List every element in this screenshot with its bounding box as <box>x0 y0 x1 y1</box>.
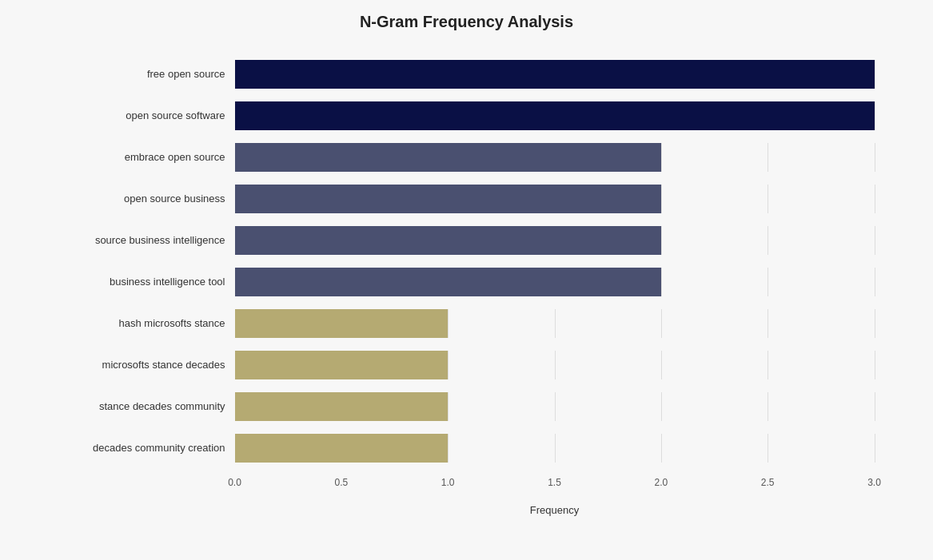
bar-track <box>235 434 875 463</box>
bar-label: free open source <box>59 68 235 80</box>
bar-track-wrapper <box>235 309 875 338</box>
bar-row: open source software <box>59 97 875 135</box>
bar-fill <box>235 143 661 172</box>
x-tick: 2.5 <box>761 477 775 488</box>
bar-row: free open source <box>59 55 875 93</box>
bar-fill <box>235 309 449 338</box>
bar-track <box>235 268 875 296</box>
bar-track-wrapper <box>235 434 875 463</box>
bar-label: hash microsofts stance <box>59 317 235 329</box>
bar-track <box>235 143 875 172</box>
bar-track <box>235 309 875 338</box>
bar-row: embrace open source <box>59 138 875 177</box>
bar-fill <box>235 101 875 130</box>
bar-label: source business intelligence <box>59 234 235 246</box>
bar-track-wrapper <box>235 143 875 172</box>
bar-track <box>235 392 875 421</box>
x-axis-inner: 0.00.51.01.52.02.53.0 <box>235 477 875 501</box>
bar-row: decades community creation <box>59 429 875 467</box>
bar-row: business intelligence tool <box>59 263 875 301</box>
bar-row: source business intelligence <box>59 221 875 260</box>
chart-container: N-Gram Frequency Analysis free open sour… <box>27 0 907 560</box>
bar-label: decades community creation <box>59 442 235 454</box>
bar-label: open source software <box>59 109 235 121</box>
bar-row: microsofts stance decades <box>59 346 875 384</box>
bar-track <box>235 60 875 89</box>
bar-fill <box>235 226 661 255</box>
bar-track-wrapper <box>235 60 875 89</box>
bar-fill <box>235 434 449 463</box>
bar-track-wrapper <box>235 351 875 379</box>
x-tick: 0.5 <box>335 477 349 488</box>
bar-label: stance decades community <box>59 400 235 412</box>
bar-row: hash microsofts stance <box>59 304 875 343</box>
bar-row: open source business <box>59 180 875 218</box>
bar-row: stance decades community <box>59 387 875 426</box>
x-tick: 1.5 <box>548 477 561 488</box>
bar-fill <box>235 60 875 89</box>
x-axis: 0.00.51.01.52.02.53.0 <box>59 477 875 501</box>
bar-label: open source business <box>59 193 235 205</box>
bar-fill <box>235 392 449 421</box>
x-tick: 0.0 <box>228 477 241 488</box>
chart-title: N-Gram Frequency Analysis <box>59 13 875 31</box>
x-axis-label: Frequency <box>59 504 875 516</box>
bar-track <box>235 351 875 379</box>
bar-track-wrapper <box>235 392 875 421</box>
bar-track <box>235 185 875 213</box>
bar-track <box>235 101 875 130</box>
x-tick: 3.0 <box>867 477 881 488</box>
bar-track-wrapper <box>235 226 875 255</box>
x-tick: 2.0 <box>655 477 668 488</box>
bar-fill <box>235 351 449 379</box>
bar-track-wrapper <box>235 101 875 130</box>
chart-area: free open sourceopen source softwareembr… <box>59 55 875 471</box>
bar-label: embrace open source <box>59 151 235 163</box>
bar-track <box>235 226 875 255</box>
bar-track-wrapper <box>235 185 875 213</box>
bar-track-wrapper <box>235 268 875 296</box>
bar-fill <box>235 185 661 213</box>
x-tick: 1.0 <box>441 477 455 488</box>
bar-label: business intelligence tool <box>59 276 235 288</box>
bar-label: microsofts stance decades <box>59 359 235 371</box>
bar-fill <box>235 268 661 296</box>
